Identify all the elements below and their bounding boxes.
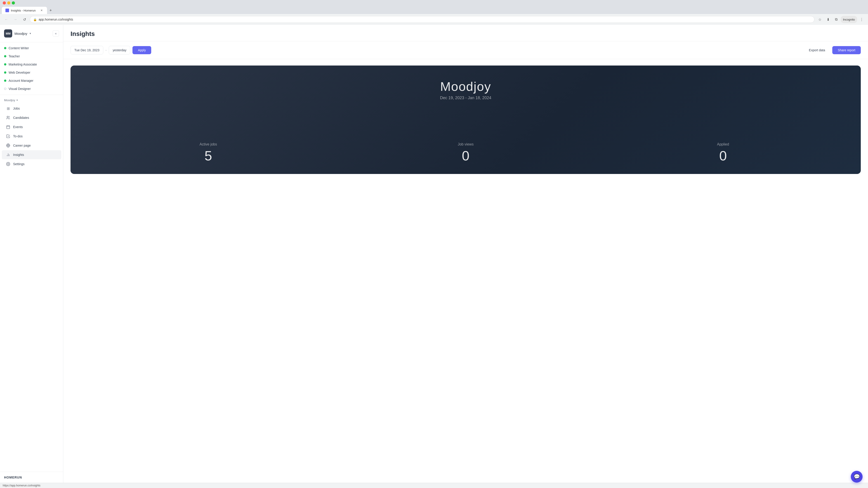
sidebar-item-label: Events xyxy=(13,125,23,129)
workspace-name: Moodjoy xyxy=(4,98,15,102)
sidebar-item-todos[interactable]: To-dos xyxy=(2,132,61,141)
tab-title: Insights - Homerun xyxy=(11,9,36,12)
app-container: MM Moodjoy ▾ « Content Writer Teacher Ma… xyxy=(0,25,868,483)
stat-value: 0 xyxy=(462,149,469,163)
stat-active-jobs: Active jobs 5 xyxy=(80,142,337,163)
stat-value: 5 xyxy=(205,149,212,163)
stat-value: 0 xyxy=(719,149,727,163)
company-name: Moodjoy xyxy=(440,79,491,94)
sidebar-item-label: Settings xyxy=(13,162,25,166)
date-end-input[interactable]: yesterday xyxy=(109,46,130,55)
sidebar-item-career-page[interactable]: Career page xyxy=(2,141,61,150)
apply-button[interactable]: Apply xyxy=(132,46,151,54)
job-item-teacher[interactable]: Teacher xyxy=(0,52,63,60)
filters-bar: Tue Dec 19, 2023 - yesterday Apply Expor… xyxy=(63,41,868,59)
insights-card: Moodjoy Dec 19, 2023 - Jan 18, 2024 Acti… xyxy=(70,66,861,174)
job-status-dot xyxy=(4,55,6,57)
job-status-dot xyxy=(4,63,6,66)
sidebar: MM Moodjoy ▾ « Content Writer Teacher Ma… xyxy=(0,25,63,483)
insights-container: Moodjoy Dec 19, 2023 - Jan 18, 2024 Acti… xyxy=(63,59,868,483)
job-name: Account Manager xyxy=(8,79,33,83)
chat-icon: 💬 xyxy=(854,474,860,480)
job-status-dot xyxy=(4,71,6,74)
sidebar-footer: HOMERUN xyxy=(0,472,63,483)
stat-applied: Applied 0 xyxy=(594,142,852,163)
download-button[interactable]: ⬇ xyxy=(825,16,832,23)
job-item-visual-designer[interactable]: Visual Designer xyxy=(0,85,63,93)
page-title: Insights xyxy=(70,30,861,37)
window-minimize[interactable] xyxy=(7,1,10,4)
stat-label: Active jobs xyxy=(199,142,217,147)
stats-row: Active jobs 5 Job views 0 Applied 0 xyxy=(80,142,852,163)
menu-button[interactable]: ⋮ xyxy=(858,16,865,23)
job-item-content-writer[interactable]: Content Writer xyxy=(0,44,63,52)
workspace-chevron-icon: ▾ xyxy=(17,99,18,102)
stat-job-views: Job views 0 xyxy=(337,142,594,163)
workspace-label[interactable]: Moodjoy ▾ xyxy=(0,97,63,104)
job-name: Content Writer xyxy=(8,46,29,50)
job-name: Teacher xyxy=(8,55,20,58)
job-name: Web Developer xyxy=(8,71,30,74)
status-bar: https://app.homerun.co/insights xyxy=(0,483,868,488)
active-tab[interactable]: Insights - Homerun ✕ xyxy=(2,7,47,14)
user-chevron-icon: ▾ xyxy=(30,32,31,35)
sidebar-item-label: Career page xyxy=(13,144,31,147)
reload-button[interactable]: ↺ xyxy=(21,16,28,23)
window-maximize[interactable] xyxy=(12,1,15,4)
sidebar-divider xyxy=(0,95,63,95)
sidebar-item-label: Jobs xyxy=(13,107,20,110)
main-header: Insights xyxy=(63,25,868,41)
sidebar-header: MM Moodjoy ▾ « xyxy=(0,25,63,42)
stat-label: Job views xyxy=(458,142,473,147)
date-start-input[interactable]: Tue Dec 19, 2023 xyxy=(70,46,103,55)
tab-favicon xyxy=(5,8,9,12)
user-info[interactable]: MM Moodjoy ▾ xyxy=(4,29,31,37)
settings-icon xyxy=(6,162,10,166)
sidebar-item-jobs[interactable]: ⊞ Jobs xyxy=(2,104,61,113)
extensions-button[interactable]: ⧉ xyxy=(833,16,840,23)
sidebar-item-label: Candidates xyxy=(13,116,29,120)
homerun-logo: HOMERUN xyxy=(4,476,59,479)
svg-point-10 xyxy=(8,164,9,165)
window-close[interactable] xyxy=(3,1,6,4)
lock-icon: 🔒 xyxy=(33,18,37,21)
export-button[interactable]: Export data xyxy=(804,46,830,54)
back-button[interactable]: ← xyxy=(3,16,10,23)
incognito-badge: Incognito xyxy=(841,16,857,23)
sidebar-item-insights[interactable]: Insights xyxy=(2,150,61,159)
sidebar-item-label: Insights xyxy=(13,153,24,157)
svg-point-0 xyxy=(7,116,8,118)
sidebar-item-candidates[interactable]: Candidates xyxy=(2,113,61,122)
browser-toolbar: ← → ↺ 🔒 app.homerun.co/insights ☆ ⬇ ⧉ In… xyxy=(0,14,868,25)
sidebar-item-events[interactable]: Events xyxy=(2,123,61,131)
job-name: Marketing Associate xyxy=(8,63,37,66)
chat-widget[interactable]: 💬 xyxy=(851,471,863,483)
share-report-button[interactable]: Share report xyxy=(832,46,861,54)
job-status-dot xyxy=(4,79,6,82)
sidebar-item-settings[interactable]: Settings xyxy=(2,160,61,168)
new-tab-button[interactable]: + xyxy=(48,7,54,13)
svg-rect-1 xyxy=(6,126,10,129)
card-header: Moodjoy Dec 19, 2023 - Jan 18, 2024 xyxy=(440,79,491,100)
address-bar[interactable]: 🔒 app.homerun.co/insights xyxy=(30,16,814,23)
tab-close-button[interactable]: ✕ xyxy=(40,8,43,12)
career-page-icon xyxy=(6,143,10,148)
jobs-icon: ⊞ xyxy=(6,106,10,111)
browser-titlebar xyxy=(0,0,868,6)
user-name: Moodjoy xyxy=(14,32,27,35)
bookmark-button[interactable]: ☆ xyxy=(816,16,824,23)
avatar: MM xyxy=(4,29,12,37)
address-text: app.homerun.co/insights xyxy=(39,18,811,21)
browser-tabbar: Insights - Homerun ✕ + xyxy=(0,6,868,14)
forward-button[interactable]: → xyxy=(12,16,19,23)
job-item-account-manager[interactable]: Account Manager xyxy=(0,76,63,85)
toolbar-actions: ☆ ⬇ ⧉ Incognito ⋮ xyxy=(816,16,865,23)
events-icon xyxy=(6,125,10,129)
browser-chrome: Insights - Homerun ✕ + ← → ↺ 🔒 app.homer… xyxy=(0,0,868,25)
date-separator: - xyxy=(105,48,107,52)
job-item-web-developer[interactable]: Web Developer xyxy=(0,68,63,76)
job-item-marketing-associate[interactable]: Marketing Associate xyxy=(0,60,63,68)
candidates-icon xyxy=(6,116,10,120)
job-name: Visual Designer xyxy=(8,87,31,91)
sidebar-collapse-button[interactable]: « xyxy=(53,30,59,37)
